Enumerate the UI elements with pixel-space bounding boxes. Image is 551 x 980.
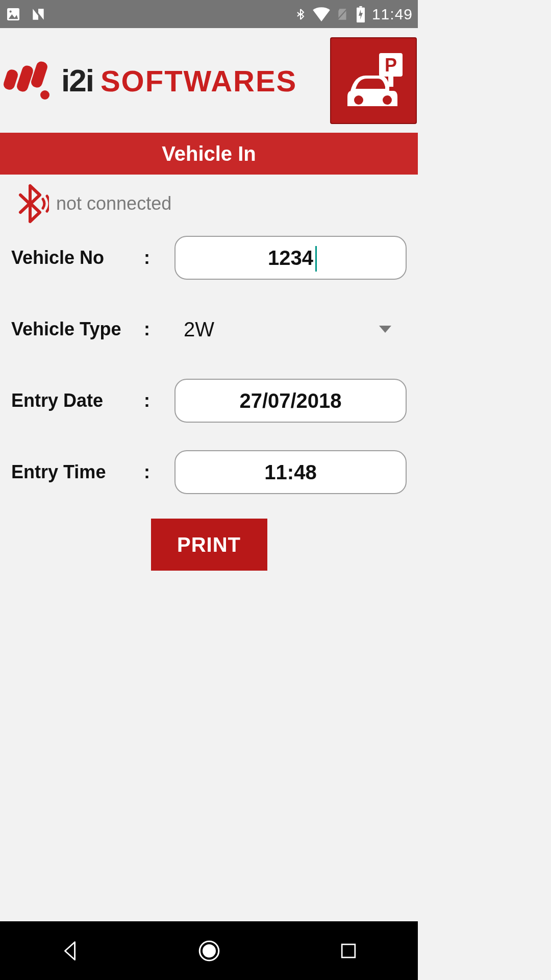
input-vehicle-no[interactable]: 1234 [174, 236, 407, 280]
print-button[interactable]: PRINT [151, 519, 267, 571]
vehicle-in-form: Vehicle No : 1234 Vehicle Type : 2W Entr… [0, 233, 418, 571]
logo-i2i: i2i [61, 62, 93, 99]
label-vehicle-type: Vehicle Type [11, 318, 144, 340]
image-app-icon [5, 6, 21, 22]
svg-rect-9 [30, 60, 49, 89]
label-vehicle-no: Vehicle No [11, 247, 144, 268]
bluetooth-status-icon [294, 7, 307, 22]
input-entry-time[interactable]: 11:48 [174, 450, 407, 494]
svg-rect-7 [2, 68, 19, 91]
row-vehicle-no: Vehicle No : 1234 [11, 236, 407, 280]
svg-rect-5 [359, 6, 362, 8]
no-sim-icon [336, 7, 349, 22]
row-vehicle-type: Vehicle Type : 2W [11, 307, 407, 351]
svg-point-10 [40, 90, 49, 100]
input-entry-date[interactable]: 27/07/2018 [174, 379, 407, 423]
android-status-bar: 11:49 [0, 0, 418, 28]
bluetooth-row: not connected [0, 175, 418, 233]
logo-softwares: SOFTWARES [101, 64, 297, 98]
svg-point-14 [354, 95, 363, 105]
row-entry-date: Entry Date : 27/07/2018 [11, 379, 407, 423]
logo-mark-icon [1, 60, 52, 101]
row-entry-time: Entry Time : 11:48 [11, 450, 407, 494]
status-time: 11:49 [372, 6, 413, 23]
parking-badge-icon: P [330, 37, 417, 124]
wifi-icon [313, 7, 330, 21]
select-vehicle-type[interactable]: 2W [174, 307, 407, 351]
chevron-down-icon [379, 326, 391, 333]
svg-rect-8 [16, 64, 35, 92]
text-cursor [315, 246, 317, 272]
battery-charging-icon [356, 6, 366, 22]
page-title: Vehicle In [0, 133, 418, 175]
label-entry-date: Entry Date [11, 390, 144, 411]
n-app-icon [30, 6, 47, 22]
svg-text:P: P [385, 55, 397, 76]
app-header: i2i SOFTWARES P [0, 28, 418, 133]
logo-wrap: i2i SOFTWARES [1, 60, 297, 101]
label-entry-time: Entry Time [11, 461, 144, 483]
logo-text: i2i SOFTWARES [61, 62, 297, 99]
svg-point-2 [10, 10, 12, 12]
bluetooth-audio-icon [11, 184, 49, 224]
svg-point-15 [383, 95, 392, 105]
bluetooth-status-text: not connected [56, 193, 171, 214]
